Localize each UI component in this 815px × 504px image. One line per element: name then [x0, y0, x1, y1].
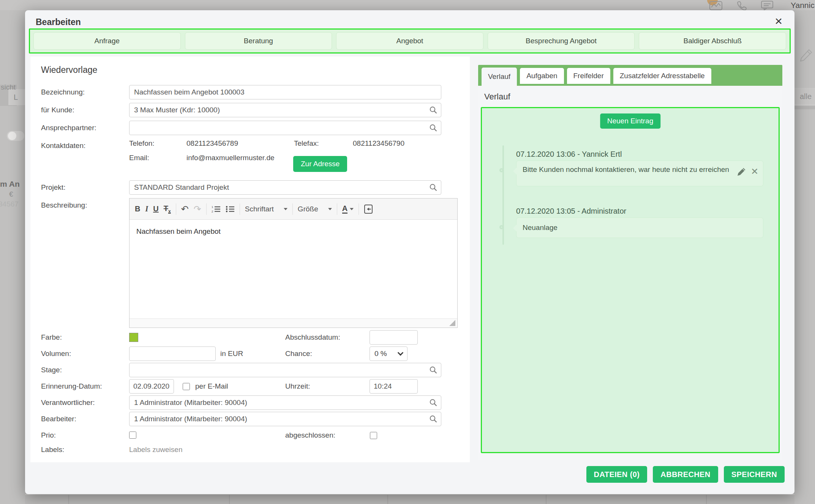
tab-zusatzfelder-adresstabelle[interactable]: Zusatzfelder Adresstabelle	[613, 68, 711, 84]
underline-icon[interactable]: U	[153, 205, 158, 213]
entry-bubble: Bitte Kunden nochmal kontaktieren, war h…	[516, 161, 763, 186]
redo-icon[interactable]: ↷	[194, 204, 201, 214]
search-icon[interactable]	[429, 415, 438, 423]
telefax-value: 0821123456790	[353, 139, 404, 148]
chat-icon	[761, 1, 773, 10]
search-icon[interactable]	[429, 398, 438, 407]
volumen-unit: in EUR	[220, 350, 243, 358]
history-tab-bar: Verlauf Aufgaben Freifelder Zusatzfelder…	[478, 65, 782, 86]
speichern-button[interactable]: SPEICHERN	[724, 466, 785, 483]
backdrop-left-strip: L sicht m An € 34567	[0, 10, 25, 504]
volumen-label: Volumen:	[36, 350, 129, 358]
resize-handle-icon[interactable]	[449, 320, 455, 326]
undo-icon[interactable]: ↶	[181, 204, 189, 214]
kunde-input[interactable]	[129, 103, 441, 117]
abgeschlossen-checkbox[interactable]	[370, 432, 377, 439]
bullet-list-icon[interactable]	[226, 205, 235, 213]
editor-toolbar: B I U Tx ↶ ↷ 12 Schriftart Größe A	[130, 198, 457, 220]
labels-zuweisen-link[interactable]: Labels zuweisen	[129, 446, 182, 454]
prio-checkbox[interactable]	[129, 432, 136, 439]
search-icon[interactable]	[429, 366, 438, 374]
bezeichnung-label: Bezeichnung:	[36, 88, 129, 96]
search-icon[interactable]	[429, 183, 438, 192]
chance-select[interactable]: 0 %	[370, 346, 408, 361]
prio-label: Prio:	[36, 431, 129, 439]
svg-text:1: 1	[212, 205, 213, 209]
abgeschlossen-label: abgeschlossen:	[285, 431, 335, 439]
tab-freifelder[interactable]: Freifelder	[567, 68, 610, 84]
dialog-title: Bearbeiten	[36, 17, 81, 27]
bearbeiter-input[interactable]	[129, 412, 441, 426]
phase-bar: Anfrage Beratung Angebot Besprechung Ang…	[29, 28, 791, 54]
beschreibung-text[interactable]: Nachfassen beim Angebot	[130, 220, 457, 318]
timeline-dot	[499, 225, 504, 229]
text-color-dropdown[interactable]: A	[342, 204, 354, 214]
verantwortlicher-label: Verantwortlicher:	[36, 398, 129, 407]
edit-dialog: Bearbeiten × Anfrage Beratung Angebot Be…	[25, 10, 794, 494]
telefon-value: 0821123456789	[186, 139, 238, 148]
zur-adresse-button[interactable]: Zur Adresse	[293, 156, 347, 172]
dateien-button[interactable]: DATEIEN (0)	[586, 466, 648, 483]
close-icon[interactable]: ×	[772, 14, 785, 28]
edit-icon[interactable]	[736, 168, 746, 177]
email-label: Email:	[129, 154, 149, 162]
toggle-switch	[7, 131, 24, 141]
entry-text: Bitte Kunden nochmal kontaktieren, war h…	[523, 165, 729, 173]
volumen-input[interactable]	[129, 346, 216, 361]
chevron-down-icon	[350, 208, 354, 210]
delete-icon[interactable]: ✕	[751, 165, 758, 178]
color-swatch[interactable]	[129, 333, 138, 342]
abschlussdatum-input[interactable]	[370, 330, 418, 345]
erinnerung-datum-input[interactable]	[129, 379, 174, 394]
search-icon[interactable]	[429, 106, 438, 114]
email-value: info@maxmuellermuster.de	[186, 154, 275, 162]
labels-label: Labels:	[36, 446, 129, 454]
ansprechpartner-input[interactable]	[129, 121, 441, 135]
farbe-label: Farbe:	[36, 333, 129, 342]
beschreibung-editor: B I U Tx ↶ ↷ 12 Schriftart Größe A	[129, 198, 458, 328]
chevron-down-icon	[284, 208, 287, 210]
wiedervorlage-form: Wiedervorlage Bezeichnung: für Kunde: An…	[30, 57, 470, 462]
kunde-label: für Kunde:	[36, 106, 129, 114]
timeline-dot	[499, 168, 504, 172]
phase-anfrage[interactable]: Anfrage	[33, 32, 181, 50]
search-icon[interactable]	[429, 124, 438, 132]
phase-angebot[interactable]: Angebot	[336, 32, 483, 50]
history-panel: Verlauf Aufgaben Freifelder Zusatzfelder…	[478, 65, 782, 460]
projekt-input[interactable]	[129, 180, 441, 195]
backdrop-fragment-man: m An	[0, 180, 20, 189]
phase-besprechung-angebot[interactable]: Besprechung Angebot	[488, 32, 635, 50]
backdrop-right-strip: alle	[794, 10, 815, 504]
font-size-dropdown[interactable]: Größe	[298, 205, 332, 213]
stage-input[interactable]	[129, 363, 441, 377]
bearbeiter-label: Bearbeiter:	[36, 415, 129, 423]
per-email-label: per E-Mail	[195, 382, 228, 391]
tab-verlauf[interactable]: Verlauf	[482, 68, 517, 86]
verlauf-heading: Verlauf	[484, 92, 782, 102]
source-icon[interactable]	[364, 204, 373, 214]
abbrechen-button[interactable]: ABBRECHEN	[653, 466, 718, 483]
chance-label: Chance:	[285, 350, 312, 358]
beschreibung-label: Beschreibung:	[36, 198, 129, 209]
ansprechpartner-label: Ansprechpartner:	[36, 124, 129, 132]
font-family-dropdown[interactable]: Schriftart	[245, 205, 287, 213]
backdrop-fragment-number: 34567	[0, 200, 19, 208]
new-entry-button[interactable]: Neuen Eintrag	[600, 113, 660, 129]
numbered-list-icon[interactable]: 12	[212, 205, 221, 213]
remove-format-icon[interactable]: Tx	[164, 204, 171, 214]
italic-icon[interactable]: I	[145, 205, 148, 213]
uhrzeit-input[interactable]	[370, 379, 418, 394]
telefax-label: Telefax:	[294, 139, 319, 148]
bold-icon[interactable]: B	[135, 205, 140, 213]
verantwortlicher-input[interactable]	[129, 395, 441, 410]
phase-baldiger-abschluss[interactable]: Baldiger Abschluß	[639, 32, 786, 50]
tab-aufgaben[interactable]: Aufgaben	[520, 68, 564, 84]
phase-beratung[interactable]: Beratung	[185, 32, 332, 50]
bezeichnung-input[interactable]	[129, 85, 441, 99]
editor-statusbar	[130, 318, 457, 328]
chevron-down-icon	[398, 350, 404, 356]
image-icon	[709, 1, 722, 10]
timeline-container: Neuen Eintrag 07.12.2020 13:06 - Yannick…	[481, 107, 780, 453]
per-email-checkbox[interactable]	[183, 383, 190, 390]
entry-header: 07.12.2020 13:05 - Administrator	[516, 207, 626, 216]
